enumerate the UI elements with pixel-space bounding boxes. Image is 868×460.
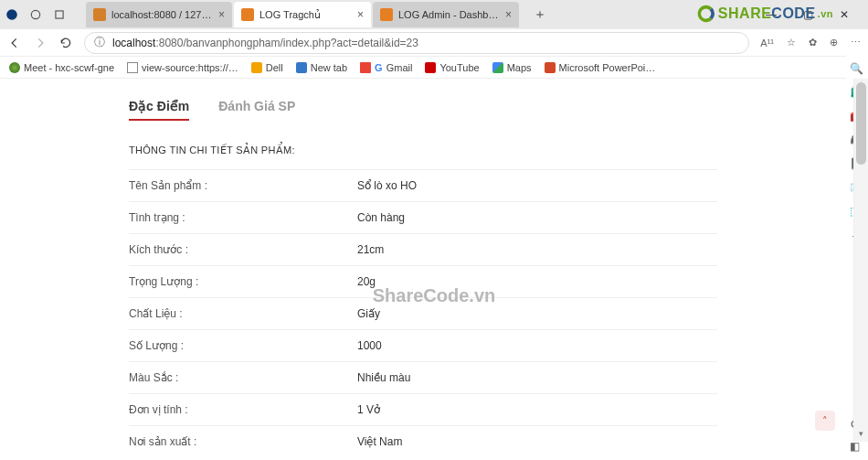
bookmark-label: Dell <box>266 62 283 73</box>
back-button[interactable] <box>7 36 22 50</box>
spec-row: Tên Sản phẩm : Sổ lò xo HO <box>129 169 717 201</box>
spec-table: Tên Sản phẩm : Sổ lò xo HOTình trạng : C… <box>129 169 717 457</box>
spec-label: Đơn vị tính : <box>129 403 357 416</box>
spec-label: Tình trạng : <box>129 211 357 224</box>
bookmark-favicon <box>127 62 138 73</box>
product-tabs: Đặc Điểm Đánh Giá SP <box>129 99 717 121</box>
bookmark-item[interactable]: YouTube <box>425 62 479 73</box>
product-detail-card: Đặc Điểm Đánh Giá SP THÔNG TIN CHI TIẾT … <box>103 79 743 460</box>
tab-favicon <box>241 8 254 21</box>
favorite-icon[interactable]: ☆ <box>787 37 796 48</box>
spec-row: Kích thước : 21cm <box>129 233 717 265</box>
bookmarks-bar: Meet - hxc-scwf-gneview-source:https://…… <box>0 57 868 79</box>
bookmark-label: Maps <box>507 62 532 73</box>
bookmark-favicon <box>9 62 20 73</box>
tab-features[interactable]: Đặc Điểm <box>129 99 189 121</box>
spec-value: Sổ lò xo HO <box>357 179 717 192</box>
spec-label: Chất Liệu : <box>129 307 357 320</box>
tab-close-icon[interactable]: × <box>505 8 512 21</box>
spec-row: Màu Sắc : Nhiều màu <box>129 361 717 393</box>
browser-tab[interactable]: localhost:8080 / 127.0.0.1 | phpM × <box>86 2 232 27</box>
bookmark-label: YouTube <box>439 62 479 73</box>
bookmark-label: Gmail <box>386 62 413 73</box>
scroll-to-top-button[interactable]: ˄ <box>815 411 835 431</box>
new-tab-button[interactable]: ＋ <box>528 3 552 27</box>
menu-icon[interactable]: ⋯ <box>851 37 861 48</box>
tab-close-icon[interactable]: × <box>218 8 225 21</box>
tab-reviews[interactable]: Đánh Giá SP <box>218 99 295 119</box>
bookmark-item[interactable]: G Gmail <box>360 62 412 73</box>
bookmark-item[interactable]: Meet - hxc-scwf-gne <box>9 62 114 73</box>
bookmark-favicon <box>545 62 556 73</box>
browser-tabs: localhost:8080 / 127.0.0.1 | phpM × LOG … <box>86 2 521 27</box>
forward-button[interactable] <box>33 36 48 50</box>
tab-label: LOG Admin - Dashboard <box>398 9 500 20</box>
section-heading: THÔNG TIN CHI TIẾT SẢN PHẨM: <box>129 144 717 156</box>
bookmark-item[interactable]: Microsoft PowerPoi… <box>545 62 656 73</box>
spec-value: Nhiều màu <box>357 371 717 384</box>
spec-label: Số Lượng : <box>129 339 357 352</box>
bookmark-item[interactable]: New tab <box>296 62 347 73</box>
sidebar-collapse-icon[interactable]: ◧ <box>850 440 864 455</box>
address-bar: ⓘ localhost:8080/banvanphongpham/index.p… <box>0 29 868 57</box>
bookmark-label: Meet - hxc-scwf-gne <box>24 62 114 73</box>
spec-row: Đơn vị tính : 1 Vở <box>129 393 717 425</box>
spec-value: Việt Nam <box>357 435 717 448</box>
watermark-logo: SHARECODE.vn <box>696 4 833 24</box>
watermark-center: ShareCode.vn <box>373 285 495 306</box>
svg-rect-2 <box>56 11 63 18</box>
bookmark-favicon <box>296 62 307 73</box>
spec-label: Nơi sản xuất : <box>129 435 357 448</box>
workspace-icon[interactable] <box>27 6 44 23</box>
tab-label: localhost:8080 / 127.0.0.1 | phpM <box>111 9 213 20</box>
spec-row: Số Lượng : 1000 <box>129 329 717 361</box>
tab-favicon <box>93 8 106 21</box>
spec-label: Trọng Lượng : <box>129 275 357 288</box>
bookmark-favicon <box>492 62 503 73</box>
spec-label: Tên Sản phẩm : <box>129 179 357 192</box>
tab-actions-icon[interactable] <box>51 6 68 23</box>
spec-label: Màu Sắc : <box>129 371 357 384</box>
site-info-icon[interactable]: ⓘ <box>94 35 105 50</box>
spec-value: 21cm <box>357 243 717 256</box>
tab-close-icon[interactable]: × <box>357 8 364 21</box>
bookmark-item[interactable]: view-source:https://… <box>127 62 238 73</box>
page-viewport: Đặc Điểm Đánh Giá SP THÔNG TIN CHI TIẾT … <box>0 79 846 460</box>
bookmark-favicon <box>425 62 436 73</box>
vertical-scrollbar[interactable]: ▴ ▾ <box>853 79 868 442</box>
bookmark-favicon <box>251 62 262 73</box>
close-window-button[interactable]: ✕ <box>831 4 857 26</box>
bookmark-item[interactable]: Maps <box>492 62 532 73</box>
url-path: :8080/banvanphongpham/index.php?act=deta… <box>155 37 418 49</box>
bookmark-favicon <box>360 62 371 73</box>
bookmark-label: view-source:https://… <box>142 62 238 73</box>
spec-value: Còn hàng <box>357 211 717 224</box>
sidebar-search-icon[interactable]: 🔍 <box>850 62 864 77</box>
bookmark-item[interactable]: Dell <box>251 62 283 73</box>
spec-value: Giấy <box>357 307 717 320</box>
bookmark-label: Microsoft PowerPoi… <box>559 62 656 73</box>
url-input[interactable]: ⓘ localhost:8080/banvanphongpham/index.p… <box>84 32 749 54</box>
spec-value: 1 Vở <box>357 403 717 416</box>
spec-label: Kích thước : <box>129 243 357 256</box>
spec-row: Nơi sản xuất : Việt Nam <box>129 425 717 457</box>
spec-row: Tình trạng : Còn hàng <box>129 201 717 233</box>
tab-label: LOG Tragchủ <box>259 9 352 21</box>
refresh-button[interactable] <box>58 36 73 50</box>
collections-icon[interactable]: ⊕ <box>830 37 838 48</box>
profile-icon[interactable] <box>4 6 20 23</box>
url-host: localhost <box>112 37 155 49</box>
read-aloud-icon[interactable]: A¹¹ <box>760 37 774 48</box>
tab-favicon <box>380 8 393 21</box>
spec-value: 1000 <box>357 339 717 352</box>
scroll-down-arrow[interactable]: ▾ <box>854 429 868 442</box>
svg-point-1 <box>31 10 39 18</box>
bookmark-label: New tab <box>311 62 347 73</box>
extensions-icon[interactable]: ✿ <box>809 37 817 48</box>
scroll-thumb[interactable] <box>856 82 866 165</box>
svg-point-0 <box>6 9 17 20</box>
browser-tab[interactable]: LOG Tragchủ × <box>234 2 371 27</box>
browser-tab[interactable]: LOG Admin - Dashboard × <box>373 2 519 27</box>
